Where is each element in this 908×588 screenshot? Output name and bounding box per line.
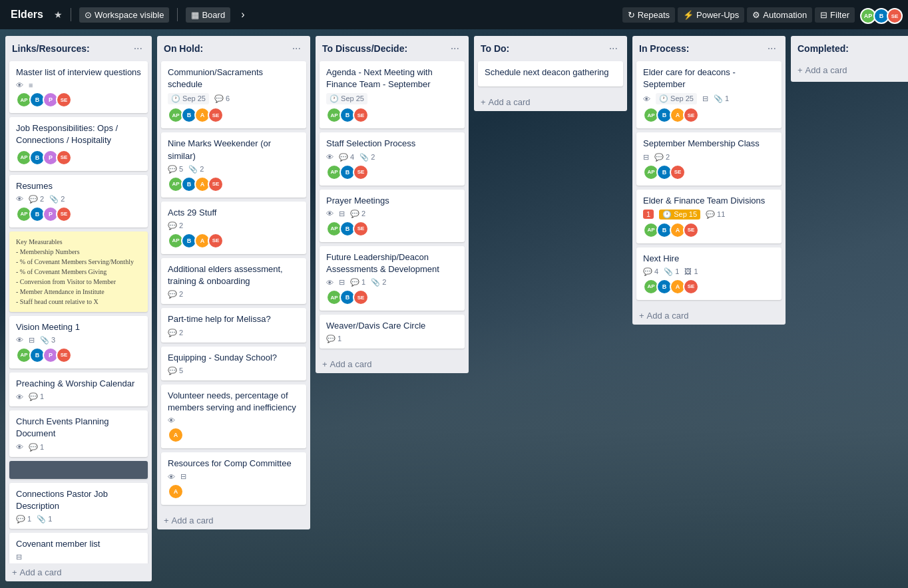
column-header-discuss: To Discuss/Decide: ···	[316, 36, 469, 59]
overdue-badge: 1	[643, 210, 654, 219]
avatar: A	[168, 484, 184, 500]
card-parttime-melissa[interactable]: Part-time help for Melissa? 💬 2	[161, 308, 306, 342]
card-elder-finance-divisions[interactable]: Elder & Finance Team Divisions 1 🕐 Sep 1…	[636, 190, 782, 243]
card-job-responsibilities[interactable]: Job Responsibilities: Ops / Connections …	[9, 117, 148, 170]
add-card-btn-links[interactable]: + Add a card	[5, 563, 152, 581]
board-scroll-area[interactable]: Links/Resources: ··· Master list of inte…	[0, 29, 908, 588]
add-card-btn-onhold[interactable]: + Add a card	[157, 512, 310, 529]
add-card-inline-completed[interactable]: + Add a card	[795, 61, 908, 79]
card-staff-selection[interactable]: Staff Selection Process 👁 💬 4 📎 2 AP B S…	[320, 132, 465, 185]
column-cards-inprocess: Elder care for deacons - September 👁 🕐 S…	[632, 59, 786, 307]
board-btn[interactable]: ▦ Board	[186, 7, 230, 23]
card-weaver-davis[interactable]: Weaver/Davis Care Circle 💬 1	[320, 315, 465, 349]
card-avatars: AP B SE	[643, 164, 775, 180]
card-avatars: AP B SE	[326, 164, 458, 180]
attach-icon: 📎 2	[49, 195, 65, 204]
date-badge: 🕐 Sep 25	[656, 93, 697, 104]
watch-icon: 👁	[168, 473, 175, 481]
column-title-onhold: On Hold:	[164, 43, 203, 54]
comment-icon: 💬 1	[29, 443, 44, 452]
card-resumes[interactable]: Resumes 👁 💬 2 📎 2 AP B P SE	[9, 175, 148, 227]
filter-btn[interactable]: ⊟ Filter	[815, 7, 855, 23]
comment-icon: 💬 1	[29, 392, 44, 401]
plus-icon: +	[797, 65, 803, 75]
comment-icon: 💬 4	[643, 267, 658, 276]
card-sept-membership[interactable]: September Membership Class ⊟ 💬 2 AP B SE	[636, 132, 782, 185]
card-title: Equipping - Sunday School?	[168, 352, 300, 364]
column-menu-btn-discuss[interactable]: ···	[448, 41, 462, 56]
card-title: Vision Meeting 1	[16, 321, 141, 333]
column-todo: To Do: ··· Schedule next deacon gatherin…	[474, 36, 627, 111]
checklist-icon: ⊟	[702, 94, 708, 103]
chevron-btn[interactable]: ›	[236, 6, 250, 23]
card-acts29[interactable]: Acts 29 Stuff 💬 2 AP B A SE	[161, 202, 306, 254]
workspace-visible-btn[interactable]: ⊙ Workspace visible	[79, 7, 170, 23]
filter-icon: ⊟	[820, 10, 827, 20]
column-title-links: Links/Resources:	[12, 43, 90, 54]
add-card-label: Add a card	[489, 97, 531, 107]
powerups-btn[interactable]: ⚡ Power-Ups	[678, 7, 744, 23]
card-nine-marks[interactable]: Nine Marks Weekender (or similar) 💬 5 📎 …	[161, 132, 306, 197]
plus-icon: +	[322, 359, 328, 369]
card-schedule-deacon[interactable]: Schedule next deacon gathering	[478, 61, 623, 86]
avatar-se[interactable]: SE	[887, 8, 903, 24]
card-separator	[9, 461, 148, 479]
column-menu-btn-todo[interactable]: ···	[606, 41, 620, 56]
header-avatars: AP B SE	[860, 8, 903, 24]
card-key-measurables-note[interactable]: Key Measurables - Membership Numbers - %…	[9, 231, 148, 312]
card-meta: 💬 2	[168, 329, 300, 337]
card-connections-pastor[interactable]: Connections Pastor Job Description 💬 1 📎…	[9, 483, 148, 529]
add-card-btn-inprocess[interactable]: + Add a card	[632, 307, 786, 325]
card-prayer-meetings[interactable]: Prayer Meetings 👁 ⊟ 💬 2 AP B SE	[320, 190, 465, 242]
card-future-leadership[interactable]: Future Leadership/Deacon Assessments & D…	[320, 246, 465, 311]
star-icon[interactable]: ★	[54, 9, 63, 20]
card-communion[interactable]: Communion/Sacraments schedule 🕐 Sep 25 💬…	[161, 61, 306, 128]
card-meta: 🕐 Sep 25 💬 6	[168, 93, 300, 104]
column-title-discuss: To Discuss/Decide:	[322, 43, 407, 54]
avatar: SE	[353, 289, 369, 305]
column-menu-btn-onhold[interactable]: ···	[290, 41, 304, 56]
card-master-interview[interactable]: Master list of interview questions 👁 ≡ A…	[9, 61, 148, 113]
avatar: SE	[670, 164, 686, 180]
card-church-events[interactable]: Church Events Planning Document 👁 💬 1	[9, 410, 148, 456]
column-menu-btn-links[interactable]: ···	[131, 41, 145, 56]
checklist-icon: ⊟	[339, 278, 345, 287]
card-volunteer-needs[interactable]: Volunteer needs, percentage of members s…	[161, 384, 306, 448]
card-title: Covenant member list	[16, 538, 141, 550]
date-badge: 🕐 Sep 25	[326, 93, 367, 104]
avatar: SE	[208, 233, 224, 249]
card-covenant-member[interactable]: Covenant member list ⊟	[9, 533, 148, 563]
column-cards-todo: Schedule next deacon gathering	[474, 59, 627, 93]
repeats-icon: ↻	[628, 10, 635, 20]
note-content: Key Measurables - Membership Numbers - %…	[16, 237, 141, 307]
card-equipping-sunday[interactable]: Equipping - Sunday School? 💬 5	[161, 347, 306, 380]
card-next-hire[interactable]: Next Hire 💬 4 📎 1 🖼 1 AP B A SE	[636, 247, 782, 300]
card-meta: 👁 💬 1	[16, 443, 141, 452]
card-additional-elders[interactable]: Additional elders assessment, training &…	[161, 258, 306, 304]
date-badge: 🕐 Sep 25	[168, 93, 209, 104]
separator-label	[16, 464, 141, 474]
avatar: A	[168, 427, 184, 443]
checklist-icon: ⊟	[339, 210, 345, 218]
watch-icon: 👁	[326, 153, 334, 161]
card-meta: 💬 5 📎 2	[168, 165, 300, 174]
card-agenda-finance[interactable]: Agenda - Next Meeting with Finance Team …	[320, 61, 465, 128]
attach-icon: 📎 3	[40, 336, 55, 345]
card-title: Elder & Finance Team Divisions	[643, 195, 775, 207]
card-title: Job Responsibilities: Ops / Connections …	[16, 122, 141, 146]
repeats-btn[interactable]: ↻ Repeats	[622, 7, 675, 23]
card-resources-comp[interactable]: Resources for Comp Committee 👁 ⊟ A	[161, 452, 306, 505]
avatar: SE	[208, 176, 224, 192]
automation-btn[interactable]: ⚙ Automation	[747, 7, 812, 23]
comment-icon: 💬 2	[350, 210, 365, 218]
card-vision-meeting[interactable]: Vision Meeting 1 👁 ⊟ 📎 3 AP B P SE	[9, 316, 148, 368]
card-elder-care-deacons[interactable]: Elder care for deacons - September 👁 🕐 S…	[636, 61, 782, 128]
add-card-btn-todo[interactable]: + Add a card	[474, 93, 627, 111]
card-meta: 👁	[168, 416, 300, 424]
card-preaching-worship[interactable]: Preaching & Worship Calendar 👁 💬 1	[9, 372, 148, 406]
column-menu-btn-inprocess[interactable]: ···	[765, 41, 779, 56]
add-card-btn-discuss[interactable]: + Add a card	[316, 355, 469, 373]
card-meta: 🕐 Sep 25	[326, 93, 458, 104]
card-avatars: AP B P SE	[16, 347, 141, 363]
add-card-label: Add a card	[647, 311, 689, 321]
